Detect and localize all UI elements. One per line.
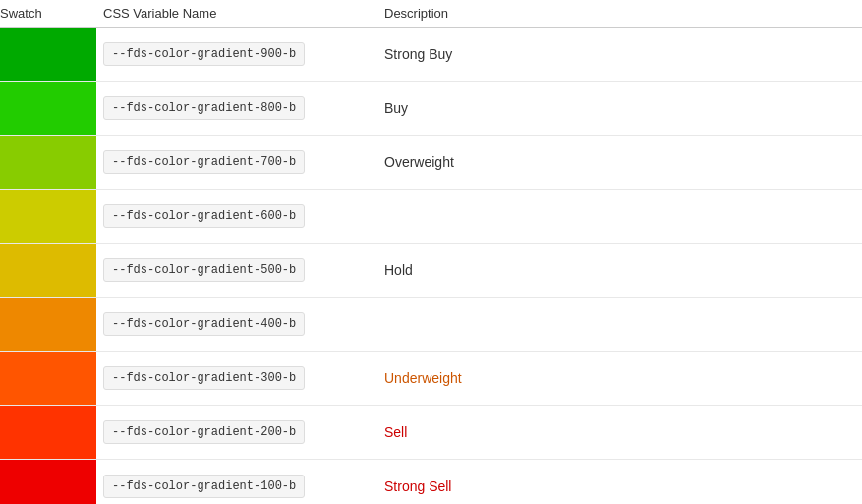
css-variable-cell: --fds-color-gradient-600-b bbox=[99, 204, 355, 228]
css-variable-badge: --fds-color-gradient-900-b bbox=[103, 42, 305, 66]
swatch-cell bbox=[0, 82, 99, 135]
description-cell: Hold bbox=[355, 262, 862, 278]
header-description: Description bbox=[355, 6, 862, 21]
swatch-cell bbox=[0, 28, 99, 81]
table-row: --fds-color-gradient-100-bStrong Sell bbox=[0, 460, 862, 504]
swatch-cell bbox=[0, 352, 99, 405]
css-variable-cell: --fds-color-gradient-400-b bbox=[99, 312, 355, 336]
css-variable-cell: --fds-color-gradient-500-b bbox=[99, 258, 355, 282]
css-variable-badge: --fds-color-gradient-800-b bbox=[103, 96, 305, 120]
swatch-cell bbox=[0, 298, 99, 351]
swatch-cell bbox=[0, 244, 99, 297]
css-variable-badge: --fds-color-gradient-200-b bbox=[103, 420, 305, 444]
description-cell: Strong Sell bbox=[355, 478, 862, 494]
table-row: --fds-color-gradient-200-bSell bbox=[0, 406, 862, 460]
table-row: --fds-color-gradient-300-bUnderweight bbox=[0, 352, 862, 406]
css-variable-cell: --fds-color-gradient-200-b bbox=[99, 420, 355, 444]
swatch-color bbox=[0, 406, 96, 459]
swatch-color bbox=[0, 136, 96, 189]
swatch-cell bbox=[0, 136, 99, 189]
table-row: --fds-color-gradient-800-bBuy bbox=[0, 82, 862, 136]
swatch-color bbox=[0, 460, 96, 504]
css-variable-cell: --fds-color-gradient-100-b bbox=[99, 475, 355, 498]
table-body: --fds-color-gradient-900-bStrong Buy--fd… bbox=[0, 28, 862, 504]
description-cell: Strong Buy bbox=[355, 46, 862, 62]
description-cell: Buy bbox=[355, 100, 862, 116]
swatch-cell bbox=[0, 190, 99, 243]
swatch-color bbox=[0, 82, 96, 135]
swatch-color bbox=[0, 190, 96, 243]
swatch-cell bbox=[0, 406, 99, 459]
css-variable-badge: --fds-color-gradient-100-b bbox=[103, 475, 305, 498]
css-variable-cell: --fds-color-gradient-900-b bbox=[99, 42, 355, 66]
table-row: --fds-color-gradient-600-b bbox=[0, 190, 862, 244]
swatch-cell bbox=[0, 460, 99, 504]
swatch-color bbox=[0, 244, 96, 297]
description-cell: Overweight bbox=[355, 154, 862, 170]
header-css: CSS Variable Name bbox=[99, 6, 355, 21]
swatch-color bbox=[0, 28, 96, 81]
css-variable-cell: --fds-color-gradient-800-b bbox=[99, 96, 355, 120]
table-row: --fds-color-gradient-500-bHold bbox=[0, 244, 862, 298]
table-header: Swatch CSS Variable Name Description bbox=[0, 0, 862, 28]
table-row: --fds-color-gradient-400-b bbox=[0, 298, 862, 352]
swatch-color bbox=[0, 352, 96, 405]
swatch-color bbox=[0, 298, 96, 351]
header-swatch: Swatch bbox=[0, 6, 99, 21]
css-variable-badge: --fds-color-gradient-300-b bbox=[103, 366, 305, 390]
description-cell: Sell bbox=[355, 424, 862, 440]
css-variable-badge: --fds-color-gradient-700-b bbox=[103, 150, 305, 174]
css-variable-badge: --fds-color-gradient-600-b bbox=[103, 204, 305, 228]
css-variable-badge: --fds-color-gradient-500-b bbox=[103, 258, 305, 282]
table-row: --fds-color-gradient-900-bStrong Buy bbox=[0, 28, 862, 82]
table-row: --fds-color-gradient-700-bOverweight bbox=[0, 136, 862, 190]
description-cell: Underweight bbox=[355, 370, 862, 386]
css-variable-cell: --fds-color-gradient-700-b bbox=[99, 150, 355, 174]
css-variable-badge: --fds-color-gradient-400-b bbox=[103, 312, 305, 336]
css-variable-cell: --fds-color-gradient-300-b bbox=[99, 366, 355, 390]
color-swatch-table: Swatch CSS Variable Name Description --f… bbox=[0, 0, 862, 504]
